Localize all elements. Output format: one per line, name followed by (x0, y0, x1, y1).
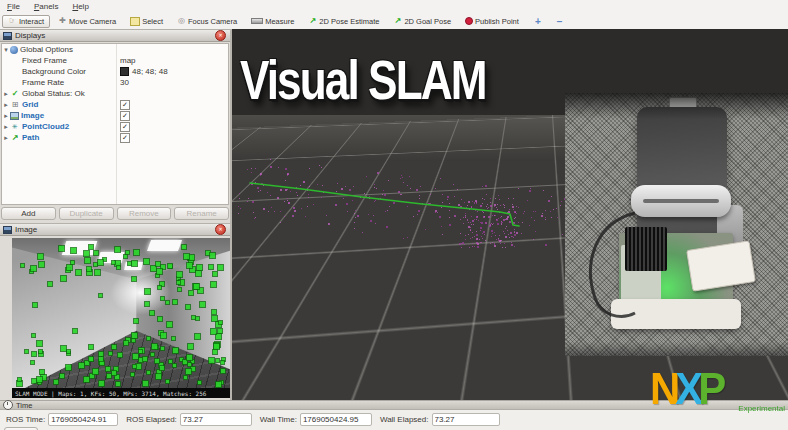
remove-tool-button[interactable]: − (549, 16, 571, 27)
tool-button-2d-pose-estimate[interactable]: 2D Pose Estimate (302, 15, 385, 28)
checkbox[interactable]: ✓ (120, 100, 130, 110)
tree-row-path[interactable]: ▸Path✓ (2, 132, 228, 143)
tool-label: 2D Pose Estimate (319, 17, 379, 26)
feature-point (147, 371, 150, 374)
tool-button-2d-goal-pose[interactable]: 2D Goal Pose (387, 15, 457, 28)
feature-point (143, 357, 147, 361)
displays-tree[interactable]: ▾Global OptionsFixed FramemapBackground … (1, 43, 229, 205)
feature-point (186, 369, 191, 374)
tree-row-global-options[interactable]: ▾Global Options (2, 44, 228, 55)
tree-row-label: Global Options (20, 45, 73, 54)
interact-icon (8, 17, 17, 26)
select-icon (130, 17, 140, 26)
feature-point (161, 347, 164, 350)
rviz-window: FilePanelsHelp InteractMove CameraSelect… (0, 0, 788, 430)
feature-point (195, 334, 200, 339)
tree-row-left: ▾Global Options (2, 45, 115, 54)
expander-icon[interactable]: ▸ (2, 101, 10, 109)
feature-point (177, 281, 180, 284)
viewport-3d[interactable]: Visual SLAM (232, 29, 788, 400)
video-title-overlay: Visual SLAM (240, 47, 486, 113)
time-field-input-wall-elapsed[interactable] (432, 413, 500, 426)
menu-item-file[interactable]: File (0, 2, 27, 11)
feature-point (151, 353, 154, 356)
tool-button-focus-camera[interactable]: Focus Camera (171, 15, 243, 28)
add-tool-button[interactable]: + (527, 16, 549, 27)
displays-panel-header: Displays ✕ (0, 29, 230, 42)
tree-row-frame-rate[interactable]: Frame Rate30 (2, 77, 228, 88)
checkbox[interactable]: ✓ (120, 122, 130, 132)
logo-letter-n: N (650, 364, 675, 413)
expander-icon[interactable]: ▸ (2, 112, 10, 120)
feature-point (145, 289, 150, 294)
close-icon[interactable]: ✕ (215, 224, 226, 235)
feature-point (61, 276, 66, 281)
tool-button-interact[interactable]: Interact (2, 15, 50, 28)
feature-point (134, 250, 139, 255)
feature-point (67, 350, 70, 353)
feature-point (37, 341, 42, 346)
feature-point (147, 337, 150, 340)
feature-point (183, 360, 187, 364)
tool-button-move-camera[interactable]: Move Camera (52, 15, 122, 28)
feature-point (184, 254, 189, 259)
time-field-input-ros-elapsed[interactable] (180, 413, 252, 426)
expander-icon[interactable]: ▸ (2, 134, 10, 142)
tree-row-value: 48; 48; 48 (120, 67, 168, 76)
feature-point (198, 381, 201, 384)
menu-item-panels[interactable]: Panels (27, 2, 65, 11)
image-panel-header: Image ✕ (0, 223, 230, 236)
tool-button-measure[interactable]: Measure (245, 15, 300, 28)
expander-icon[interactable]: ▸ (2, 123, 10, 131)
checkbox[interactable]: ✓ (120, 111, 130, 121)
tree-row-grid[interactable]: ▸Grid✓ (2, 99, 228, 110)
image-icon (10, 112, 19, 120)
feature-point (87, 267, 91, 271)
color-swatch (120, 67, 129, 76)
time-field-wall-elapsed: Wall Elapsed: (380, 413, 500, 426)
feature-point (107, 374, 111, 378)
tree-row-value: ✓ (120, 122, 130, 132)
time-field-input-ros-time[interactable] (48, 413, 118, 426)
expander-icon[interactable]: ▸ (2, 90, 10, 98)
feature-point (134, 319, 138, 323)
checkbox[interactable]: ✓ (120, 133, 130, 143)
feature-point (189, 255, 194, 260)
close-icon[interactable]: ✕ (215, 30, 226, 41)
menu-item-help[interactable]: Help (65, 2, 95, 11)
tree-row-left: ▸Global Status: Ok (2, 89, 115, 98)
time-panel-title: Time (16, 401, 32, 410)
tree-row-global-status-ok[interactable]: ▸Global Status: Ok (2, 88, 228, 99)
feature-point (216, 359, 219, 362)
add-button[interactable]: Add (1, 207, 56, 220)
tree-row-image[interactable]: ▸Image✓ (2, 110, 228, 121)
expander-icon[interactable]: ▾ (2, 46, 10, 54)
slam-status-bar: SLAM MODE | Maps: 1, KFs: 50, MPs: 3714,… (12, 388, 230, 398)
feature-point (212, 310, 216, 314)
feature-point (216, 334, 221, 339)
tool-button-select[interactable]: Select (124, 15, 169, 28)
check-icon (10, 89, 20, 98)
tree-row-fixed-frame[interactable]: Fixed Framemap (2, 55, 228, 66)
tool-button-publish-point[interactable]: Publish Point (459, 15, 525, 28)
feature-point (216, 382, 221, 387)
feature-point (136, 364, 141, 369)
tree-row-label: Path (22, 133, 39, 142)
measure-icon (251, 18, 263, 24)
feature-point (79, 363, 84, 368)
time-field-input-wall-time[interactable] (300, 413, 372, 426)
feature-point (211, 329, 216, 334)
feature-point (17, 381, 22, 386)
robot-cable (565, 93, 788, 356)
feature-point (31, 266, 36, 271)
feature-point (132, 333, 137, 338)
duplicate-button[interactable]: Duplicate (59, 207, 114, 220)
feature-point (166, 301, 169, 304)
tree-row-pointcloud2[interactable]: ▸PointCloud2✓ (2, 121, 228, 132)
feature-point (214, 344, 219, 349)
feature-point (59, 246, 64, 251)
rename-button[interactable]: Rename (174, 207, 229, 220)
tree-row-background-color[interactable]: Background Color48; 48; 48 (2, 66, 228, 77)
remove-button[interactable]: Remove (117, 207, 172, 220)
feature-point (155, 359, 159, 363)
